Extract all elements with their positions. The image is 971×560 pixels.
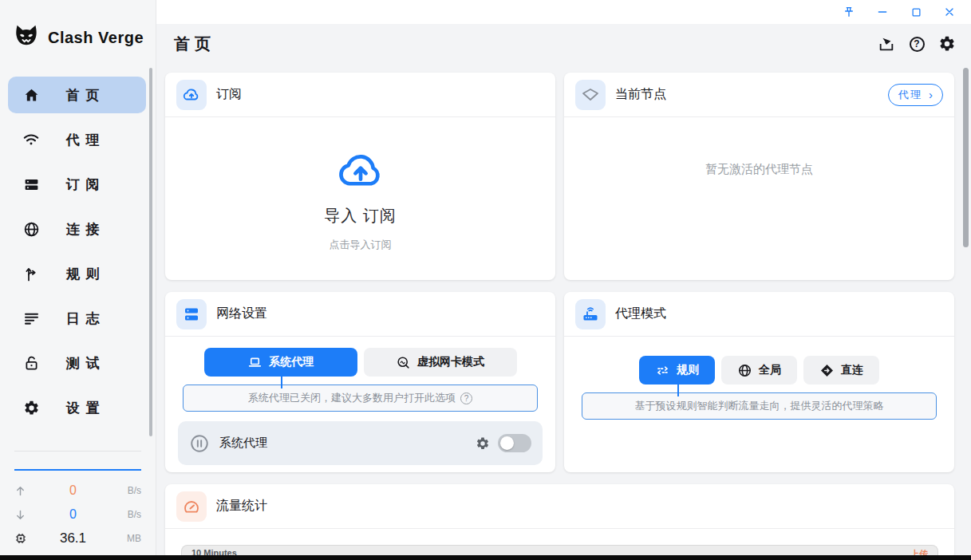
- sidebar-item-label: 首页: [37, 86, 135, 105]
- info-help-icon[interactable]: ?: [460, 392, 472, 404]
- proxy-mode-info-text: 基于预设规则智能判断流量走向，提供灵活的代理策略: [635, 399, 884, 413]
- network-settings-card-header: 网络设置: [165, 292, 555, 337]
- app-window: Clash Verge 首页 代理: [0, 0, 971, 560]
- main-header: 首页 ?: [156, 24, 971, 64]
- proxy-mode-info-box: 基于预设规则智能判断流量走向，提供灵活的代理策略: [582, 392, 937, 420]
- sidebar-item-label: 规则: [37, 265, 135, 283]
- signal-diamond-icon: [575, 80, 606, 110]
- sidebar-item-label: 设置: [37, 399, 135, 417]
- tab-tun-mode[interactable]: 虚拟网卡模式: [364, 348, 517, 377]
- system-proxy-row: 系统代理: [178, 421, 543, 465]
- memory-stat: 36.1 MB: [14, 526, 141, 550]
- sidebar-item-label: 日志: [37, 310, 135, 328]
- system-proxy-toggle[interactable]: [498, 434, 531, 452]
- arrow-up-icon: [14, 485, 32, 497]
- pause-circle-icon: [189, 433, 210, 454]
- current-node-card: 当前节点 代理 › 暂无激活的代理节点: [564, 73, 954, 280]
- sidebar-item-logs[interactable]: 日志: [8, 300, 146, 337]
- close-button[interactable]: [936, 2, 963, 22]
- mode-connector: [677, 385, 679, 396]
- network-settings-card: 网络设置 系统代理: [165, 292, 555, 472]
- minimize-button[interactable]: [869, 2, 896, 22]
- proxy-settings-gear-icon[interactable]: [476, 436, 490, 451]
- import-subscription-area[interactable]: 导入 订阅 点击导入订阅: [165, 117, 555, 280]
- tun-mode-icon: [396, 355, 411, 370]
- sidebar-nav: 首页 代理 订阅: [0, 62, 156, 426]
- traffic-stats-card-title: 流量统计: [216, 498, 267, 515]
- sidebar-item-label: 连接: [37, 220, 135, 239]
- import-title: 导入 订阅: [324, 205, 397, 227]
- proxy-mode-card-header: 代理模式: [564, 292, 954, 337]
- network-settings-body: 系统代理 虚拟网卡模式 系统代理已关闭，建议大多数用户打开此选项: [165, 337, 555, 465]
- memory-value: 36.1: [32, 530, 114, 546]
- proxy-mode-card: 代理模式 规则: [564, 292, 954, 472]
- chevron-right-icon: ›: [929, 89, 933, 101]
- subscription-card-title: 订阅: [216, 86, 242, 103]
- node-empty-text: 暂无激活的代理节点: [564, 117, 954, 177]
- maximize-button[interactable]: [902, 2, 930, 22]
- sidebar-stats: 0 B/s 0 B/s 36.1 MB: [0, 451, 156, 550]
- settings-gear-icon[interactable]: [937, 34, 957, 53]
- upload-value: 0: [32, 483, 114, 498]
- network-mode-tabs: 系统代理 虚拟网卡模式: [165, 348, 555, 377]
- sidebar-item-label: 测试: [37, 354, 135, 373]
- mode-rule-button[interactable]: 规则: [639, 356, 715, 385]
- mode-direct-button[interactable]: 直连: [803, 356, 879, 385]
- system-proxy-label: 系统代理: [219, 436, 267, 451]
- laptop-icon: [247, 355, 262, 370]
- server-stack-icon: [176, 299, 207, 329]
- lightweight-mode-icon[interactable]: [877, 34, 896, 53]
- network-settings-card-title: 网络设置: [216, 306, 267, 322]
- download-value: 0: [32, 507, 114, 522]
- mini-traffic-graph: [14, 469, 141, 471]
- direct-diamond-icon: [819, 363, 835, 378]
- sidebar-item-label: 代理: [37, 131, 135, 149]
- router-icon: [575, 299, 606, 329]
- memory-chip-icon: [14, 532, 32, 545]
- cat-logo-icon: [13, 24, 40, 51]
- network-info-box: 系统代理已关闭，建议大多数用户打开此选项 ?: [183, 385, 538, 412]
- proxy-mode-body: 规则 全局: [564, 337, 954, 420]
- cloud-upload-big-icon: [334, 146, 387, 194]
- upload-stat: 0 B/s: [14, 479, 141, 503]
- sidebar-item-profiles[interactable]: 订阅: [8, 166, 146, 203]
- content-area: 订阅 导入 订阅 点击导入订阅: [156, 64, 971, 560]
- sidebar-item-rules[interactable]: 规则: [8, 255, 146, 292]
- proxy-mode-tabs: 规则 全局: [564, 356, 954, 385]
- download-stat: 0 B/s: [14, 503, 141, 526]
- tab-system-proxy[interactable]: 系统代理: [204, 348, 357, 377]
- help-icon[interactable]: ?: [907, 34, 926, 53]
- subscription-card-header: 订阅: [165, 73, 555, 117]
- traffic-stats-card: 流量统计 10 Minutes 上传: [165, 484, 954, 560]
- current-node-card-title: 当前节点: [615, 86, 666, 103]
- sidebar-item-home[interactable]: 首页: [8, 77, 146, 113]
- rule-arrows-icon: [655, 363, 670, 378]
- app-title: Clash Verge: [48, 29, 144, 47]
- goto-proxies-button[interactable]: 代理 ›: [888, 84, 943, 106]
- subscription-card: 订阅 导入 订阅 点击导入订阅: [165, 73, 555, 280]
- sidebar-item-test[interactable]: 测试: [8, 345, 146, 381]
- main-scrollbar[interactable]: [963, 68, 969, 247]
- arrow-down-icon: [14, 509, 32, 521]
- tab-connector: [281, 377, 282, 388]
- memory-unit: MB: [114, 533, 141, 544]
- sidebar-item-label: 订阅: [37, 175, 135, 194]
- titlebar: [156, 0, 971, 24]
- sidebar: Clash Verge 首页 代理: [0, 0, 156, 555]
- stats-divider: [14, 451, 141, 452]
- header-actions: ?: [877, 34, 957, 53]
- globe-icon: [737, 363, 752, 378]
- page-title: 首页: [174, 34, 215, 55]
- traffic-stats-card-header: 流量统计: [165, 484, 954, 529]
- upload-unit: B/s: [114, 485, 141, 496]
- mode-global-button[interactable]: 全局: [721, 356, 797, 385]
- import-hint: 点击导入订阅: [330, 238, 392, 252]
- app-brand: Clash Verge: [0, 0, 156, 62]
- sidebar-scrollbar[interactable]: [149, 68, 152, 436]
- gauge-icon: [176, 491, 207, 522]
- download-unit: B/s: [114, 509, 141, 520]
- sidebar-item-proxies[interactable]: 代理: [8, 121, 146, 158]
- sidebar-item-settings[interactable]: 设置: [8, 389, 146, 426]
- sidebar-item-connections[interactable]: 连接: [8, 211, 146, 247]
- pin-icon[interactable]: [835, 2, 862, 22]
